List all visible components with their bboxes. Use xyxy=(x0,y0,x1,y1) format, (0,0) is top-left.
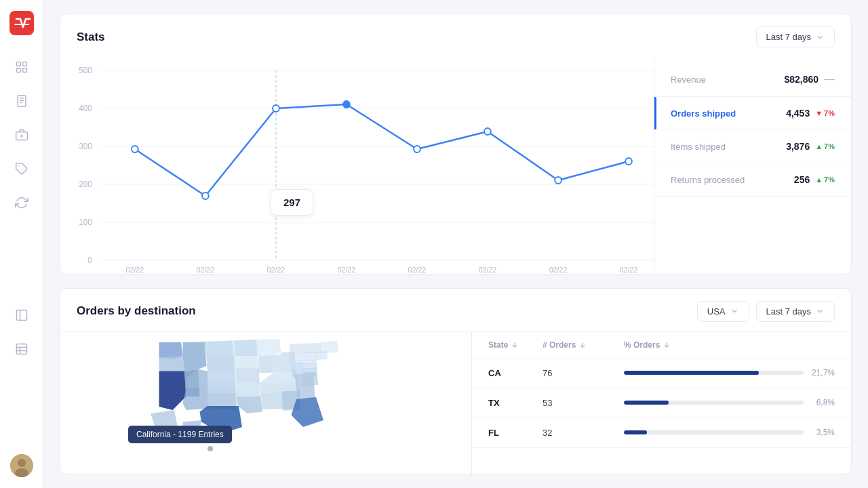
tags-icon[interactable] xyxy=(14,161,29,176)
svg-rect-1 xyxy=(16,62,20,66)
pct-label-fl: 3,5% xyxy=(810,428,835,437)
chart-svg: 500 400 300 200 100 0 02/22 02/22 02/22 … xyxy=(60,57,654,274)
metric-revenue-value: $82,860 xyxy=(784,74,818,85)
svg-marker-90 xyxy=(290,343,322,353)
us-map-svg xyxy=(67,339,465,474)
metric-revenue-label: Revenue xyxy=(671,75,784,85)
orders-title: Orders by destination xyxy=(77,304,196,318)
logo[interactable] xyxy=(9,11,34,35)
svg-marker-69 xyxy=(235,356,258,368)
svg-marker-92 xyxy=(316,350,328,360)
metric-returns-processed-badge: ▲ 7% xyxy=(815,176,835,184)
svg-marker-62 xyxy=(207,340,235,356)
sidebar xyxy=(0,0,43,488)
svg-rect-13 xyxy=(16,310,26,321)
stats-metrics: Revenue $82,860 — Orders shipped 4,453 ▼… xyxy=(654,57,851,274)
sync-icon[interactable] xyxy=(14,195,29,210)
metric-items-shipped[interactable]: Items shipped 3,876 ▲ 7% xyxy=(654,130,851,163)
user-avatar[interactable] xyxy=(10,454,33,477)
svg-text:02/22: 02/22 xyxy=(479,266,497,274)
th-orders[interactable]: # Orders xyxy=(542,340,624,350)
state-tx: TX xyxy=(488,398,542,408)
orders-card: Orders by destination USA Last 7 days xyxy=(60,288,852,474)
svg-text:02/22: 02/22 xyxy=(197,266,215,274)
table-icon[interactable] xyxy=(14,342,29,357)
orders-ca: 76 xyxy=(542,368,624,378)
country-filter[interactable]: USA xyxy=(697,301,749,322)
down-arrow-icon: ▼ xyxy=(815,109,823,117)
stats-time-filter[interactable]: Last 7 days xyxy=(756,26,835,47)
bar-track-fl xyxy=(624,430,804,434)
svg-point-44 xyxy=(202,192,209,199)
svg-point-50 xyxy=(625,158,632,165)
svg-text:0: 0 xyxy=(87,256,92,265)
svg-rect-5 xyxy=(18,96,26,107)
svg-text:500: 500 xyxy=(79,66,92,75)
metric-orders-shipped[interactable]: Orders shipped 4,453 ▼ 7% xyxy=(654,97,851,130)
svg-text:02/22: 02/22 xyxy=(125,266,144,274)
pct-fl: 3,5% xyxy=(624,428,835,437)
svg-marker-71 xyxy=(237,382,261,396)
metric-items-shipped-label: Items shipped xyxy=(671,142,786,152)
chevron-down-icon-2 xyxy=(730,306,739,316)
svg-marker-65 xyxy=(208,382,237,393)
sort-icon-state xyxy=(511,341,519,349)
map-area: California - 1199 Entries xyxy=(60,332,471,474)
metric-returns-processed[interactable]: Returns processed 256 ▲ 7% xyxy=(654,163,851,197)
svg-marker-70 xyxy=(235,367,260,383)
dashboard-icon[interactable] xyxy=(14,60,29,75)
svg-marker-64 xyxy=(208,371,237,382)
pct-tx: 6,8% xyxy=(624,398,835,407)
table-row-ca[interactable]: CA 76 21,7% xyxy=(472,359,851,388)
bar-track-tx xyxy=(624,401,804,405)
sort-icon-pct xyxy=(663,341,671,349)
th-pct[interactable]: % Orders xyxy=(624,340,835,350)
sort-icon-orders xyxy=(578,341,587,349)
svg-text:200: 200 xyxy=(79,180,92,189)
chart-area: 500 400 300 200 100 0 02/22 02/22 02/22 … xyxy=(60,57,654,274)
table-row-fl[interactable]: FL 32 3,5% xyxy=(472,418,851,448)
svg-marker-83 xyxy=(292,397,324,427)
svg-text:02/22: 02/22 xyxy=(620,266,638,274)
up-arrow-icon: ▲ xyxy=(815,142,823,150)
orders-body: California - 1199 Entries State # Orders xyxy=(60,331,851,474)
up-arrow-icon-2: ▲ xyxy=(815,176,823,184)
table-row-tx[interactable]: TX 53 6,8% xyxy=(472,388,851,418)
svg-point-45 xyxy=(273,105,279,112)
svg-text:02/22: 02/22 xyxy=(549,266,568,274)
th-state[interactable]: State xyxy=(488,340,542,350)
svg-point-46 xyxy=(343,101,350,108)
chevron-down-icon xyxy=(815,33,825,42)
pct-label-ca: 21,7% xyxy=(810,368,835,378)
svg-point-49 xyxy=(555,177,561,184)
metric-orders-shipped-label: Orders shipped xyxy=(671,108,786,119)
svg-point-20 xyxy=(18,459,26,467)
svg-point-43 xyxy=(132,146,138,152)
stats-card: Stats Last 7 days xyxy=(60,14,852,274)
stats-body: 500 400 300 200 100 0 02/22 02/22 02/22 … xyxy=(60,57,851,274)
svg-marker-89 xyxy=(290,352,317,361)
orders-icon[interactable] xyxy=(14,94,29,108)
metric-orders-shipped-badge: ▼ 7% xyxy=(815,109,835,117)
svg-point-47 xyxy=(414,146,420,152)
bar-fill-fl xyxy=(624,430,647,434)
svg-marker-75 xyxy=(258,339,281,356)
table-header: State # Orders % Orders xyxy=(472,332,851,359)
svg-text:02/22: 02/22 xyxy=(408,266,427,274)
svg-marker-63 xyxy=(207,356,236,371)
svg-text:02/22: 02/22 xyxy=(338,266,356,274)
svg-marker-76 xyxy=(273,354,282,373)
metric-orders-shipped-value: 4,453 xyxy=(786,108,810,119)
svg-text:400: 400 xyxy=(79,104,92,113)
svg-point-48 xyxy=(484,128,491,135)
panel-icon[interactable] xyxy=(14,308,29,323)
orders-time-filter[interactable]: Last 7 days xyxy=(756,301,835,322)
state-fl: FL xyxy=(488,428,542,438)
metric-revenue[interactable]: Revenue $82,860 — xyxy=(654,62,851,97)
svg-marker-55 xyxy=(183,342,207,371)
svg-marker-52 xyxy=(159,356,185,371)
bar-fill-ca xyxy=(624,371,759,375)
metric-revenue-dash: — xyxy=(824,73,835,85)
inventory-icon[interactable] xyxy=(14,127,29,142)
metric-items-shipped-value: 3,876 xyxy=(786,141,810,152)
